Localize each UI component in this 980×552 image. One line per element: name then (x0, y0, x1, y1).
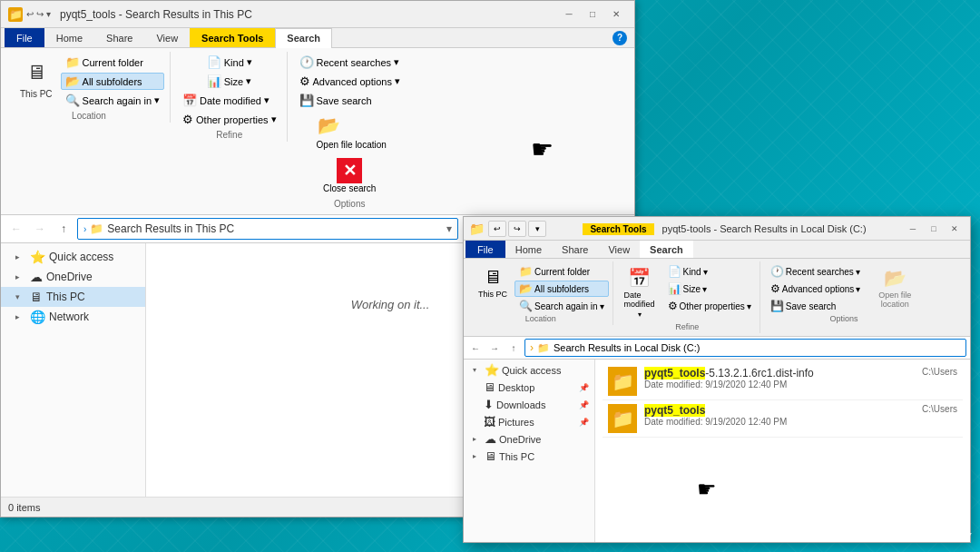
result-path-0: C:\Users (922, 367, 957, 377)
r2-this-pc-btn[interactable]: 🖥 This PC (473, 263, 513, 314)
s2-thispc[interactable]: ▸ 🖥 This PC (464, 448, 594, 465)
result-date-1: Date modified: 9/19/2020 12:40 PM (644, 417, 915, 427)
sidebar1: ▸ ⭐ Quick access ▸ ☁ OneDrive ▾ 🖥 This P… (1, 243, 146, 497)
r2-recent-searches-btn[interactable]: 🕐 Recent searches ▾ (766, 263, 866, 280)
tab-share[interactable]: Share (94, 28, 144, 47)
address-box1[interactable]: › 📁 Search Results in This PC ▾ (77, 218, 458, 240)
search-again-btn[interactable]: 🔍 Search again in ▾ (61, 92, 164, 109)
current-folder-label: Current folder (83, 57, 143, 68)
kind-btn[interactable]: 📄 Kind ▾ (202, 54, 257, 71)
sidebar-item-quick-access[interactable]: ▸ ⭐ Quick access (1, 247, 145, 267)
location-col: 📁 Current folder 📂 All subfolders 🔍 Sear… (61, 54, 164, 109)
window1-app-icon: 📁 (8, 7, 23, 22)
close-button[interactable]: ✕ (605, 5, 627, 24)
r2-tab-file[interactable]: File (466, 241, 505, 258)
w2-back-btn[interactable]: ← (467, 340, 484, 356)
open-file-location-btn[interactable]: 📂 Open file location (311, 109, 392, 154)
maximize-button[interactable]: □ (582, 5, 603, 24)
r2-current-folder-btn[interactable]: 📁 Current folder (514, 263, 609, 280)
r2-open-loc-label: Open file location (873, 291, 916, 309)
all-subfolders-btn[interactable]: 📂 All subfolders (61, 73, 164, 90)
this-pc-btn[interactable]: 🖥 This PC (14, 54, 59, 109)
ribbon-options-group: 🕐 Recent searches ▾ ⚙ Advanced options ▾… (289, 52, 410, 211)
r2-refine-items: 📅 Datemodified ▾ 📄 Kind ▾ 📊 Size (619, 263, 756, 322)
recent-searches-btn[interactable]: 🕐 Recent searches ▾ (295, 54, 405, 71)
w2-close-button[interactable]: ✕ (945, 221, 965, 237)
result-item-1[interactable]: 📁 pyqt5_tools Date modified: 9/19/2020 1… (603, 400, 963, 438)
address-box2[interactable]: › 📁 Search Results in Local Disk (C:) (524, 339, 966, 357)
r2-kind-btn[interactable]: 📄 Kind ▾ (663, 263, 756, 280)
tab-view[interactable]: View (144, 28, 190, 47)
main-pane2: 📁 pyqt5_tools-5.13.2.1.6rc1.dist-info Da… (595, 360, 970, 542)
location-buttons: 🖥 This PC 📁 Current folder 📂 All subfold… (14, 54, 164, 109)
folder-icon: 📁 (65, 55, 80, 69)
s2-downloads[interactable]: ⬇ Downloads 📌 (464, 396, 594, 413)
up-button[interactable]: ↑ (54, 219, 74, 239)
addr2-path: Search Results in Local Disk (C:) (554, 342, 700, 353)
sidebar-item-network[interactable]: ▸ 🌐 Network (1, 307, 145, 327)
s2-downloads-icon: ⬇ (484, 398, 494, 411)
r2-save-search-btn[interactable]: 💾 Save search (766, 298, 866, 314)
other-props-label: Other properties (196, 114, 268, 125)
s2-onedrive[interactable]: ▸ ☁ OneDrive (464, 430, 594, 448)
onedrive-icon: ☁ (30, 270, 43, 284)
options-col: 🕐 Recent searches ▾ ⚙ Advanced options ▾… (295, 54, 405, 109)
r2-refine-label: Refine (675, 322, 699, 331)
addr2-folder-glyph: 📁 (537, 342, 550, 354)
working-text: Working on it... (351, 298, 430, 311)
current-folder-btn[interactable]: 📁 Current folder (61, 54, 164, 71)
result-info-0: pyqt5_tools-5.13.2.1.6rc1.dist-info Date… (644, 367, 915, 389)
s2-pictures[interactable]: 🖼 Pictures 📌 (464, 413, 594, 430)
r2-location-label: Location (525, 314, 556, 323)
thispc-icon: 🖥 (30, 290, 43, 304)
r2-other-props-btn[interactable]: ⚙ Other properties ▾ (663, 298, 756, 314)
other-props-btn[interactable]: ⚙ Other properties ▾ (178, 111, 280, 128)
back-button[interactable]: ← (6, 219, 26, 239)
s2-quick-access[interactable]: ▾ ⭐ Quick access (464, 361, 594, 379)
win2-redo[interactable]: ↪ (508, 221, 526, 237)
minimize-button[interactable]: ─ (558, 5, 580, 24)
window1-title: pyqt5_tools - Search Results in This PC (60, 8, 252, 21)
calendar-icon: 📅 (182, 94, 197, 107)
w2-minimize-button[interactable]: ─ (903, 221, 923, 237)
win2-dropdown[interactable]: ▾ (528, 221, 546, 237)
sidebar-item-onedrive[interactable]: ▸ ☁ OneDrive (1, 267, 145, 287)
win2-undo[interactable]: ↩ (488, 221, 506, 237)
r2-size-btn[interactable]: 📊 Size ▾ (663, 281, 756, 297)
bc-arrow: › (83, 224, 86, 234)
r2-tab-view[interactable]: View (598, 241, 640, 258)
kind-icon: 📄 (207, 55, 221, 69)
r2-search-again-btn[interactable]: 🔍 Search again in ▾ (514, 298, 609, 314)
r2-advanced-btn[interactable]: ⚙ Advanced options ▾ (766, 281, 866, 297)
titlebar1: 📁 ↩ ↪ ▾ pyqt5_tools - Search Results in … (1, 1, 634, 28)
r2-open-file-location-btn[interactable]: 📂 Open file location (867, 263, 922, 314)
s2-desktop-pin: 📌 (579, 383, 589, 392)
help-btn[interactable]: ? (612, 28, 631, 47)
address-dropdown[interactable]: ▾ (446, 222, 452, 235)
size-btn[interactable]: 📊 Size ▾ (202, 73, 257, 90)
result-highlight-1: pyqt5_tools (644, 404, 705, 417)
w2-maximize-button[interactable]: □ (924, 221, 944, 237)
r2-tab-search[interactable]: Search (640, 241, 693, 258)
tab-search[interactable]: Search (275, 28, 332, 48)
date-modified-btn[interactable]: 📅 Date modified ▾ (178, 92, 280, 109)
r2-all-subfolders-btn[interactable]: 📂 All subfolders (514, 281, 609, 297)
r2-tab-share[interactable]: Share (552, 241, 598, 258)
sidebar-item-thispc[interactable]: ▾ 🖥 This PC (1, 287, 145, 307)
result-item-0[interactable]: 📁 pyqt5_tools-5.13.2.1.6rc1.dist-info Da… (603, 363, 963, 400)
ribbon1-content: 🖥 This PC 📁 Current folder 📂 All subfold… (1, 48, 634, 214)
titlebar2: 📁 ↩ ↪ ▾ Search Tools pyqt5-tools - Searc… (464, 217, 970, 241)
forward-button[interactable]: → (30, 219, 50, 239)
s2-desktop[interactable]: 🖥 Desktop 📌 (464, 379, 594, 396)
w2-forward-btn[interactable]: → (486, 340, 503, 356)
r2-date-modified-btn[interactable]: 📅 Datemodified ▾ (619, 263, 661, 322)
tab-home[interactable]: Home (44, 28, 94, 47)
close-search-btn[interactable]: ✕ Close search (316, 154, 383, 197)
tab-file[interactable]: File (5, 28, 44, 47)
r2-folder-icon: 📁 (519, 265, 533, 278)
w2-up-btn[interactable]: ↑ (505, 340, 522, 356)
r2-tab-home[interactable]: Home (505, 241, 552, 258)
search-tools-tab[interactable]: Search Tools (190, 28, 275, 47)
advanced-options-btn[interactable]: ⚙ Advanced options ▾ (295, 73, 405, 90)
save-search-btn[interactable]: 💾 Save search (295, 92, 405, 109)
